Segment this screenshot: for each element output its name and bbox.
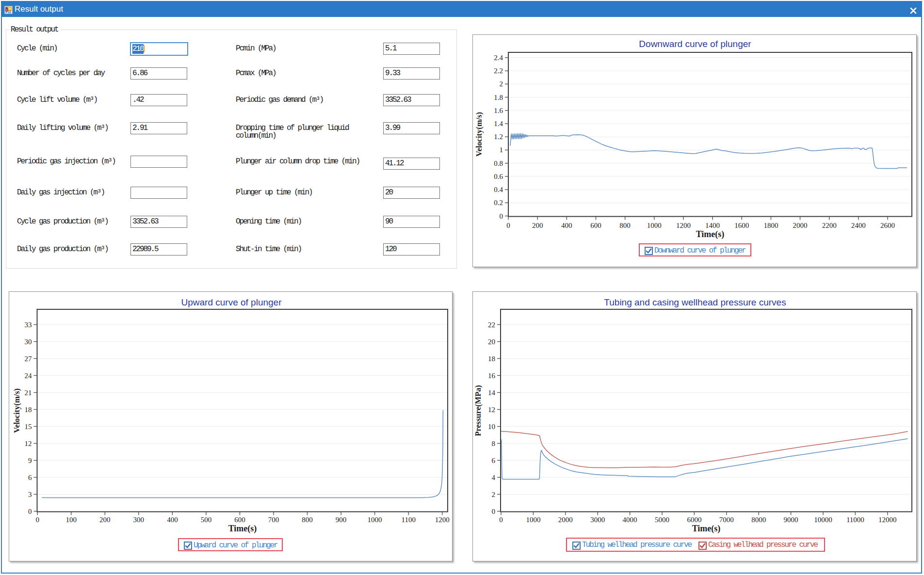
- svg-text:3000: 3000: [590, 516, 605, 524]
- svg-text:2.2: 2.2: [494, 67, 503, 75]
- svg-text:1.4: 1.4: [494, 120, 503, 128]
- svg-text:1000: 1000: [647, 222, 662, 229]
- svg-text:Time(s): Time(s): [228, 524, 257, 534]
- svg-text:1: 1: [500, 146, 503, 154]
- svg-text:6000: 6000: [687, 516, 701, 524]
- svg-text:30: 30: [25, 338, 32, 346]
- svg-text:16: 16: [488, 372, 496, 380]
- svg-text:1000: 1000: [526, 516, 540, 524]
- svg-text:700: 700: [268, 516, 279, 524]
- svg-text:18: 18: [488, 355, 495, 363]
- svg-text:200: 200: [99, 516, 111, 524]
- svg-text:10000: 10000: [814, 516, 832, 524]
- svg-text:Pressure(MPa): Pressure(MPa): [473, 385, 483, 436]
- svg-text:Downward curve of plunger: Downward curve of plunger: [639, 39, 751, 49]
- svg-text:0: 0: [35, 516, 39, 524]
- svg-text:900: 900: [336, 516, 347, 524]
- svg-text:0.2: 0.2: [494, 199, 503, 207]
- svg-text:2000: 2000: [558, 516, 573, 524]
- svg-text:8000: 8000: [751, 516, 766, 524]
- svg-text:2.4: 2.4: [494, 54, 503, 62]
- svg-text:6: 6: [28, 474, 32, 481]
- svg-text:Tubing and casing wellhead pre: Tubing and casing wellhead pressure curv…: [604, 297, 786, 307]
- svg-text:10: 10: [488, 423, 495, 431]
- svg-text:0.8: 0.8: [494, 160, 503, 167]
- svg-text:600: 600: [234, 516, 245, 524]
- svg-text:3: 3: [28, 491, 32, 498]
- svg-text:1600: 1600: [734, 222, 749, 229]
- svg-text:1100: 1100: [401, 516, 415, 524]
- svg-text:1400: 1400: [705, 222, 720, 229]
- svg-text:400: 400: [561, 222, 572, 229]
- svg-text:12000: 12000: [878, 516, 897, 524]
- svg-text:9: 9: [28, 457, 32, 464]
- svg-text:14: 14: [488, 389, 496, 397]
- svg-text:18: 18: [25, 406, 32, 414]
- svg-text:11000: 11000: [846, 516, 864, 524]
- svg-text:800: 800: [302, 516, 313, 524]
- svg-text:600: 600: [590, 222, 601, 229]
- svg-text:0.6: 0.6: [494, 173, 503, 180]
- svg-text:1.2: 1.2: [494, 133, 503, 141]
- svg-text:2: 2: [500, 80, 503, 88]
- svg-text:1.6: 1.6: [494, 107, 503, 114]
- svg-text:800: 800: [619, 222, 631, 229]
- svg-text:2600: 2600: [880, 222, 895, 229]
- svg-text:Time(s): Time(s): [696, 229, 725, 240]
- svg-text:1.8: 1.8: [494, 94, 503, 101]
- svg-text:15: 15: [25, 423, 32, 431]
- svg-text:2200: 2200: [822, 222, 837, 229]
- svg-text:0: 0: [506, 222, 510, 229]
- svg-text:2000: 2000: [793, 222, 808, 229]
- svg-text:0.4: 0.4: [494, 186, 503, 193]
- svg-text:7000: 7000: [719, 516, 734, 524]
- svg-text:400: 400: [167, 516, 178, 524]
- svg-text:1200: 1200: [676, 222, 691, 229]
- svg-text:4: 4: [492, 474, 496, 481]
- svg-text:27: 27: [25, 355, 32, 363]
- svg-text:8: 8: [492, 440, 496, 447]
- svg-text:12: 12: [488, 406, 495, 414]
- svg-text:1200: 1200: [435, 516, 450, 524]
- svg-text:5000: 5000: [655, 516, 669, 524]
- svg-text:24: 24: [25, 372, 32, 380]
- svg-text:1000: 1000: [368, 516, 382, 524]
- svg-text:21: 21: [25, 389, 32, 397]
- svg-text:4000: 4000: [623, 516, 637, 524]
- svg-text:300: 300: [133, 516, 145, 524]
- svg-text:Velocity(m/s): Velocity(m/s): [474, 112, 484, 157]
- svg-text:Upward curve of plunger: Upward curve of plunger: [181, 297, 282, 307]
- svg-text:20: 20: [488, 338, 495, 346]
- svg-text:2400: 2400: [851, 222, 866, 229]
- svg-text:33: 33: [25, 321, 32, 329]
- svg-text:100: 100: [65, 516, 77, 524]
- svg-text:22: 22: [488, 321, 495, 329]
- svg-text:9000: 9000: [784, 516, 798, 524]
- svg-text:200: 200: [532, 222, 543, 229]
- svg-text:2: 2: [492, 491, 496, 498]
- svg-text:0: 0: [492, 508, 496, 515]
- svg-text:0: 0: [499, 516, 503, 524]
- svg-text:500: 500: [201, 516, 212, 524]
- svg-text:12: 12: [25, 440, 32, 447]
- svg-text:0: 0: [500, 212, 503, 220]
- svg-text:Time(s): Time(s): [692, 524, 721, 534]
- svg-text:1800: 1800: [763, 222, 778, 229]
- svg-text:0: 0: [28, 508, 32, 515]
- svg-text:6: 6: [492, 457, 496, 464]
- svg-text:Velocity(m/s): Velocity(m/s): [12, 388, 21, 433]
